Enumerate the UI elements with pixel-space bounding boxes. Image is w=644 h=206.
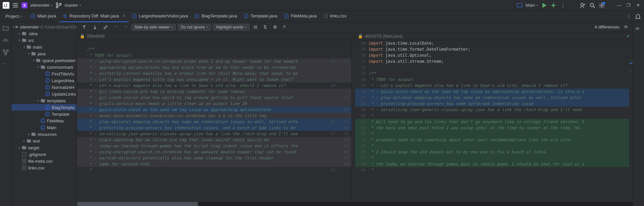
tree-item[interactable]: ▾java xyxy=(11,50,77,57)
commit-tool-icon[interactable] xyxy=(2,37,9,44)
scrollbar-thumb[interactable] xyxy=(77,202,198,206)
tree-item[interactable]: ▾siterenderC:\Users\Ethan\Do xyxy=(11,23,77,30)
expand-arrow[interactable]: ▸ xyxy=(27,133,31,136)
debug-button[interactable] xyxy=(550,2,557,9)
code-line[interactable]: 47 * xyxy=(355,155,630,161)
editor-tab[interactable]: links.csv xyxy=(320,11,350,22)
edit-source-button[interactable] xyxy=(101,24,110,30)
expand-arrow[interactable]: ▾ xyxy=(13,25,15,29)
expand-arrow[interactable]: ▾ xyxy=(36,99,40,102)
tree-item[interactable]: file-meta.csv xyxy=(11,158,77,164)
code-line[interactable]: 46 * I should swap the old domain out to… xyxy=(355,149,630,155)
editor-tab[interactable]: CBlagTemplate.java xyxy=(191,11,240,22)
tree-item[interactable]: CNormalizeH xyxy=(11,84,77,91)
tree-item[interactable]: ▾commonmark xyxy=(11,64,77,70)
tree-item[interactable]: ▸test xyxy=(11,138,77,144)
collapse-icon[interactable]: ⊟ xyxy=(252,24,259,30)
code-line[interactable]: 49 * xyxy=(355,167,630,173)
expand-arrow[interactable]: ▸ xyxy=(17,146,21,149)
expand-arrow[interactable]: ▸ xyxy=(17,32,21,35)
tree-item[interactable]: CFileMeta xyxy=(11,117,77,124)
prev-diff-button[interactable] xyxy=(80,24,89,30)
tree-item[interactable]: CUpdateLinks xyxy=(11,91,77,97)
code-line[interactable]: * - using-encrypted-search-in-chromium b… xyxy=(77,58,352,64)
expand-arrow[interactable]: ▾ xyxy=(36,65,40,69)
code-line[interactable]: 30import java.util.Optional; xyxy=(355,52,630,58)
expand-arrow[interactable]: ▾ xyxy=(32,59,36,62)
editor-tab[interactable]: CLargestheaderVisitor.java xyxy=(129,11,191,22)
code-line[interactable]: /** xyxy=(77,46,352,52)
expand-arrow[interactable]: ▾ xyxy=(17,39,21,42)
code-line[interactable]: * - today-we-learned-through-games has t… xyxy=(77,143,352,149)
code-line[interactable]: * - grails-service-mock needs a little c… xyxy=(77,101,352,107)
code-line[interactable]: 45 * xyxy=(355,143,630,149)
code-line[interactable]: 42 * the harp and smut post noted I was … xyxy=(355,125,630,131)
code-line[interactable]: 40 * xyxy=(355,113,630,119)
tree-item[interactable]: CTemplate xyxy=(11,111,77,117)
collaborator-icon[interactable] xyxy=(580,2,586,9)
hamburger-icon[interactable] xyxy=(12,2,19,9)
code-line[interactable]: *53 xyxy=(77,167,352,173)
settings-icon[interactable] xyxy=(598,2,605,9)
refresh-icon[interactable]: ⟳ xyxy=(622,24,630,30)
branch-dropdown[interactable]: master▾ xyxy=(65,3,81,8)
code-line[interactable]: 28import java.time.LocalDate; xyxy=(355,40,630,46)
code-line[interactable]: 36 * - guice-scala-check as the same em … xyxy=(355,89,630,95)
close-icon[interactable]: ✕ xyxy=(635,2,641,9)
project-name-dropdown[interactable]: siterender▾ xyxy=(30,3,53,8)
more-actions-icon[interactable]: ⋮ xyxy=(559,2,566,9)
code-line[interactable]: * - Let's exploit magento title tag has … xyxy=(77,76,352,83)
vcs-branch-icon[interactable] xyxy=(55,2,62,9)
ai-tool-icon[interactable]: m xyxy=(635,25,642,32)
tree-item[interactable]: ▸resources xyxy=(11,131,77,138)
notifications-icon[interactable] xyxy=(635,13,641,20)
tree-item[interactable]: ▾src xyxy=(11,37,77,44)
code-line[interactable]: 34 * TODO for output: xyxy=(355,76,630,83)
tree-item[interactable]: CLargestHea xyxy=(11,77,77,84)
right-pane[interactable]: 28import java.time.LocalDate;29import ja… xyxy=(355,40,630,202)
editor-tab[interactable]: CMain.java xyxy=(27,11,59,22)
code-line[interactable]: 39 * - serializing-json-generic-classes-… xyxy=(355,107,630,113)
code-line[interactable]: 43 * xyxy=(355,131,630,137)
code-line[interactable]: * - serializing-json-generic-classes-spr… xyxy=(77,131,352,137)
code-line[interactable]: 41 * Will need to go and fix links that … xyxy=(355,119,630,125)
sync-scroll-icon[interactable]: ⇅ xyxy=(261,24,269,30)
tree-item[interactable]: CBlagTempla xyxy=(11,104,77,111)
code-line[interactable]: * - protecting-proxied-servers has inden… xyxy=(77,125,352,131)
expand-arrow[interactable]: ▸ xyxy=(22,139,26,143)
code-line[interactable]: * - git-crash-course also has weird h1 t… xyxy=(77,95,352,101)
code-line[interactable]: * - git-crash-course pre tag is missing … xyxy=(77,89,352,95)
code-line[interactable]: * - play-optional-mapping-objects has so… xyxy=(77,119,352,125)
code-line[interactable]: 35 * - Let's exploit magento also has a … xyxy=(355,83,630,89)
code-line[interactable]: 33/** xyxy=(355,70,630,76)
project-tool-icon[interactable] xyxy=(2,25,9,32)
code-line[interactable]: * - varnish-directors potentially also h… xyxy=(77,155,352,161)
help-icon[interactable]: ? xyxy=(281,24,287,30)
code-line[interactable]: * - Let's exploit magento also has a lin… xyxy=(77,83,352,89)
code-line[interactable]: * - mysql-date-automatic-conversion-utc-… xyxy=(77,113,352,119)
tree-item[interactable]: CFindTitleVis xyxy=(11,70,77,77)
tree-item[interactable]: ▾main xyxy=(11,44,77,50)
code-line[interactable]: 38 * - protecting-proxied-servers has so… xyxy=(355,101,630,107)
code-line[interactable]: 29import java.time.format.DateTimeFormat… xyxy=(355,46,630,52)
code-line[interactable]: 37 * - play-optional-mapping-objects has… xyxy=(355,95,630,101)
tree-item[interactable]: ▾templates xyxy=(11,97,77,104)
view-mode-select[interactable]: Side-by-side viewer▾ xyxy=(131,24,176,31)
code-line[interactable]: * - stack-smashing has an inline pre tag… xyxy=(77,137,352,143)
code-line[interactable]: * TODO for output: xyxy=(77,52,352,58)
tab-overflow-icon[interactable]: ⋮ xyxy=(625,13,632,20)
settings-gear-icon[interactable]: ⚙ xyxy=(271,24,279,30)
code-line[interactable]: * - exifstrip-context-nautilus has a bro… xyxy=(77,70,352,76)
editor-tab[interactable]: Repository Diff: Main.java✕ xyxy=(59,11,129,22)
code-line[interactable]: * - using-encrypted-search-in-chromium h… xyxy=(77,149,352,155)
ignore-mode-select[interactable]: Do not ignore▾ xyxy=(178,24,211,31)
tree-item[interactable]: ▾space.peetseater xyxy=(11,57,77,64)
structure-tool-icon[interactable] xyxy=(2,49,9,56)
tree-item[interactable]: links.csv xyxy=(11,164,77,171)
app-icon[interactable]: IJ xyxy=(3,2,9,9)
tree-item[interactable]: ▸target xyxy=(11,144,77,151)
left-marker-strip[interactable] xyxy=(352,40,355,202)
editor-tab[interactable]: CTemplate.java xyxy=(240,11,281,22)
run-button[interactable] xyxy=(541,2,547,9)
run-target-icon[interactable] xyxy=(516,2,523,9)
